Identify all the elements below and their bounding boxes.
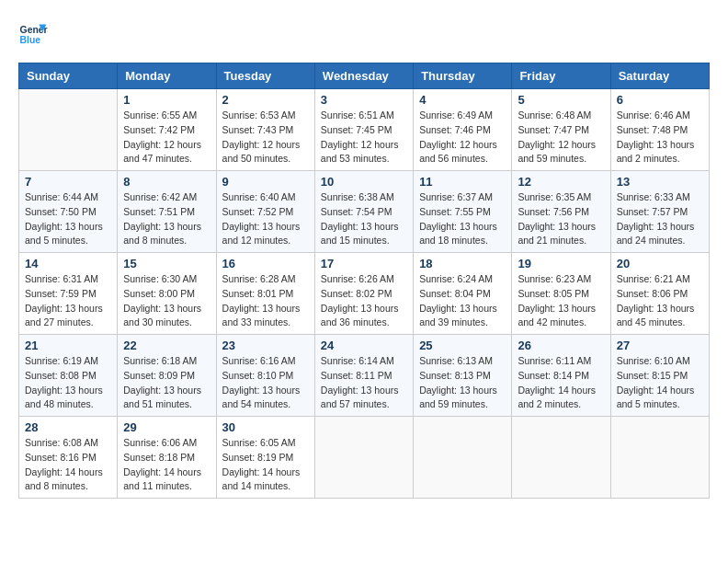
day-number: 15 [123,257,210,270]
day-info: Sunrise: 6:44 AMSunset: 7:50 PMDaylight:… [25,190,111,248]
calendar-body: 1Sunrise: 6:55 AMSunset: 7:42 PMDaylight… [19,89,710,499]
day-number: 24 [321,339,407,352]
calendar-cell: 26Sunrise: 6:11 AMSunset: 8:14 PMDayligh… [512,335,610,417]
calendar-cell: 2Sunrise: 6:53 AMSunset: 7:43 PMDaylight… [216,89,314,171]
day-info: Sunrise: 6:31 AMSunset: 7:59 PMDaylight:… [25,272,111,330]
day-number: 10 [321,175,407,189]
calendar-cell: 3Sunrise: 6:51 AMSunset: 7:45 PMDaylight… [314,89,413,171]
weekday-header-row: SundayMondayTuesdayWednesdayThursdayFrid… [19,63,710,89]
day-number: 11 [419,175,506,189]
day-number: 6 [617,93,703,107]
calendar-cell: 22Sunrise: 6:18 AMSunset: 8:09 PMDayligh… [118,335,216,417]
calendar-cell: 23Sunrise: 6:16 AMSunset: 8:10 PMDayligh… [216,335,314,417]
weekday-header-cell: Saturday [610,63,709,89]
day-info: Sunrise: 6:38 AMSunset: 7:54 PMDaylight:… [321,190,407,248]
calendar-cell [414,417,512,499]
day-info: Sunrise: 6:55 AMSunset: 7:42 PMDaylight:… [123,109,210,167]
svg-text:Blue: Blue [20,35,41,45]
day-number: 4 [419,93,506,107]
day-info: Sunrise: 6:06 AMSunset: 8:18 PMDaylight:… [123,436,210,494]
weekday-header-cell: Wednesday [314,63,413,89]
calendar-cell: 30Sunrise: 6:05 AMSunset: 8:19 PMDayligh… [216,417,314,499]
day-number: 21 [25,339,111,352]
day-number: 12 [518,175,604,189]
calendar-week-row: 14Sunrise: 6:31 AMSunset: 7:59 PMDayligh… [19,253,710,335]
weekday-header-cell: Sunday [19,63,118,89]
calendar-cell [610,417,709,499]
day-number: 16 [222,257,309,270]
day-info: Sunrise: 6:24 AMSunset: 8:04 PMDaylight:… [419,272,506,330]
calendar-cell: 4Sunrise: 6:49 AMSunset: 7:46 PMDaylight… [414,89,512,171]
calendar-cell: 6Sunrise: 6:46 AMSunset: 7:48 PMDaylight… [610,89,709,171]
weekday-header-cell: Friday [512,63,610,89]
day-info: Sunrise: 6:16 AMSunset: 8:10 PMDaylight:… [222,354,309,412]
calendar-cell: 28Sunrise: 6:08 AMSunset: 8:16 PMDayligh… [19,417,118,499]
calendar-cell: 8Sunrise: 6:42 AMSunset: 7:51 PMDaylight… [118,171,216,253]
day-number: 13 [617,175,703,189]
calendar-cell: 19Sunrise: 6:23 AMSunset: 8:05 PMDayligh… [512,253,610,335]
day-number: 3 [321,93,407,107]
day-number: 25 [419,339,506,352]
day-info: Sunrise: 6:30 AMSunset: 8:00 PMDaylight:… [123,272,210,330]
day-info: Sunrise: 6:18 AMSunset: 8:09 PMDaylight:… [123,354,210,412]
day-number: 20 [617,257,703,270]
logo: General Blue [18,18,51,48]
calendar-cell: 18Sunrise: 6:24 AMSunset: 8:04 PMDayligh… [414,253,512,335]
day-number: 27 [617,339,703,352]
day-number: 26 [518,339,604,352]
calendar-cell: 17Sunrise: 6:26 AMSunset: 8:02 PMDayligh… [314,253,413,335]
calendar-cell: 25Sunrise: 6:13 AMSunset: 8:13 PMDayligh… [414,335,512,417]
weekday-header-cell: Thursday [414,63,512,89]
calendar-cell: 16Sunrise: 6:28 AMSunset: 8:01 PMDayligh… [216,253,314,335]
day-info: Sunrise: 6:13 AMSunset: 8:13 PMDaylight:… [419,354,506,412]
day-info: Sunrise: 6:42 AMSunset: 7:51 PMDaylight:… [123,190,210,248]
calendar-cell: 15Sunrise: 6:30 AMSunset: 8:00 PMDayligh… [118,253,216,335]
page-header: General Blue [18,18,710,48]
calendar-cell: 13Sunrise: 6:33 AMSunset: 7:57 PMDayligh… [610,171,709,253]
day-info: Sunrise: 6:46 AMSunset: 7:48 PMDaylight:… [617,109,703,167]
day-info: Sunrise: 6:10 AMSunset: 8:15 PMDaylight:… [617,354,703,412]
logo-icon: General Blue [18,18,48,48]
calendar-cell: 12Sunrise: 6:35 AMSunset: 7:56 PMDayligh… [512,171,610,253]
calendar-week-row: 21Sunrise: 6:19 AMSunset: 8:08 PMDayligh… [19,335,710,417]
day-info: Sunrise: 6:53 AMSunset: 7:43 PMDaylight:… [222,109,309,167]
calendar-cell [512,417,610,499]
calendar-week-row: 7Sunrise: 6:44 AMSunset: 7:50 PMDaylight… [19,171,710,253]
calendar-cell: 1Sunrise: 6:55 AMSunset: 7:42 PMDaylight… [118,89,216,171]
calendar-week-row: 28Sunrise: 6:08 AMSunset: 8:16 PMDayligh… [19,417,710,499]
day-info: Sunrise: 6:35 AMSunset: 7:56 PMDaylight:… [518,190,604,248]
day-info: Sunrise: 6:48 AMSunset: 7:47 PMDaylight:… [518,109,604,167]
day-number: 1 [123,93,210,107]
day-info: Sunrise: 6:28 AMSunset: 8:01 PMDaylight:… [222,272,309,330]
calendar-table: SundayMondayTuesdayWednesdayThursdayFrid… [18,63,710,499]
day-number: 5 [518,93,604,107]
calendar-cell [314,417,413,499]
calendar-cell: 14Sunrise: 6:31 AMSunset: 7:59 PMDayligh… [19,253,118,335]
day-info: Sunrise: 6:51 AMSunset: 7:45 PMDaylight:… [321,109,407,167]
calendar-cell: 21Sunrise: 6:19 AMSunset: 8:08 PMDayligh… [19,335,118,417]
day-number: 7 [25,175,111,189]
day-info: Sunrise: 6:05 AMSunset: 8:19 PMDaylight:… [222,436,309,494]
day-info: Sunrise: 6:26 AMSunset: 8:02 PMDaylight:… [321,272,407,330]
day-info: Sunrise: 6:08 AMSunset: 8:16 PMDaylight:… [25,436,111,494]
day-number: 17 [321,257,407,270]
weekday-header-cell: Tuesday [216,63,314,89]
day-info: Sunrise: 6:11 AMSunset: 8:14 PMDaylight:… [518,354,604,412]
day-number: 14 [25,257,111,270]
weekday-header-cell: Monday [118,63,216,89]
calendar-cell: 7Sunrise: 6:44 AMSunset: 7:50 PMDaylight… [19,171,118,253]
day-number: 9 [222,175,309,189]
calendar-cell [19,89,118,171]
day-number: 29 [123,420,210,434]
calendar-cell: 9Sunrise: 6:40 AMSunset: 7:52 PMDaylight… [216,171,314,253]
calendar-cell: 24Sunrise: 6:14 AMSunset: 8:11 PMDayligh… [314,335,413,417]
day-info: Sunrise: 6:49 AMSunset: 7:46 PMDaylight:… [419,109,506,167]
calendar-week-row: 1Sunrise: 6:55 AMSunset: 7:42 PMDaylight… [19,89,710,171]
day-number: 23 [222,339,309,352]
calendar-cell: 11Sunrise: 6:37 AMSunset: 7:55 PMDayligh… [414,171,512,253]
day-info: Sunrise: 6:23 AMSunset: 8:05 PMDaylight:… [518,272,604,330]
day-number: 28 [25,420,111,434]
calendar-cell: 5Sunrise: 6:48 AMSunset: 7:47 PMDaylight… [512,89,610,171]
day-number: 22 [123,339,210,352]
day-number: 18 [419,257,506,270]
